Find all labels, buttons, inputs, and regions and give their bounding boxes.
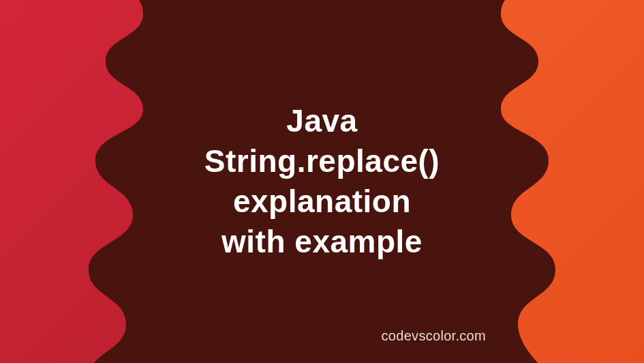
banner-container: Java String.replace() explanation with e… xyxy=(0,0,644,363)
title-line-3: explanation xyxy=(204,182,440,222)
title-block: Java String.replace() explanation with e… xyxy=(204,101,440,262)
title-line-2: String.replace() xyxy=(204,141,440,182)
title-line-1: Java xyxy=(204,101,440,141)
title-line-4: with example xyxy=(204,222,440,262)
watermark-text: codevscolor.com xyxy=(382,328,486,344)
